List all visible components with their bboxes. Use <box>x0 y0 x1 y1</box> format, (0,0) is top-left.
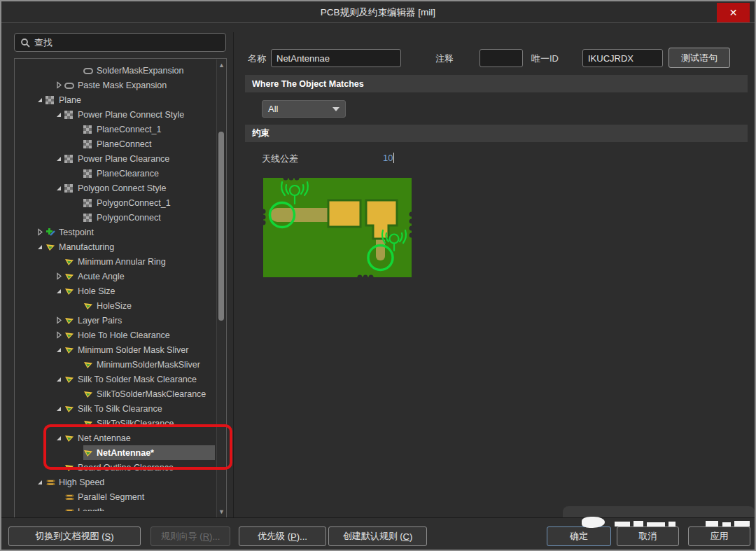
tree-item-silk-to-silk-clearance[interactable]: Silk To Silk Clearance <box>15 401 216 416</box>
tree-item-silk-to-solder-mask-clearance[interactable]: Silk To Solder Mask Clearance <box>15 372 216 386</box>
switch-to-document-view-button[interactable]: 切换到文档视图 (S) <box>8 526 141 546</box>
mfg-icon <box>64 434 76 442</box>
tree-item-plane[interactable]: Plane <box>15 92 216 107</box>
tree-item-hole-to-hole-clearance[interactable]: Hole To Hole Clearance <box>15 328 216 342</box>
mfg-icon <box>83 390 95 398</box>
tree-item-planeclearance[interactable]: PlaneClearance <box>15 166 216 181</box>
tree-item-hole-size[interactable]: Hole Size <box>15 284 216 298</box>
tree-item-silktosilkclearance[interactable]: SilkToSilkClearance <box>15 416 216 431</box>
tree-item-manufacturing[interactable]: Manufacturing <box>15 239 216 254</box>
highspeed-icon <box>64 508 76 512</box>
expanded-arrow-icon[interactable] <box>53 288 64 295</box>
rules-tree-panel: SolderMaskExpansionPaste Mask ExpansionP… <box>14 58 227 519</box>
tree-item-planeconnect[interactable]: PlaneConnect <box>15 137 216 151</box>
mfg-icon <box>64 272 76 281</box>
tree-item-power-plane-connect-style[interactable]: Power Plane Connect Style <box>15 107 216 122</box>
search-placeholder: 查找 <box>34 36 52 49</box>
rules-tree: SolderMaskExpansionPaste Mask ExpansionP… <box>15 63 216 511</box>
expanded-arrow-icon[interactable] <box>34 244 46 251</box>
tree-item-parallel-segment[interactable]: Parallel Segment <box>15 489 216 504</box>
tree-item-minimum-solder-mask-sliver[interactable]: Minimum Solder Mask Sliver <box>15 342 216 357</box>
mfg-icon <box>64 331 76 340</box>
tree-item-minimumsoldermasksliver[interactable]: MinimumSolderMaskSliver <box>15 357 216 372</box>
expanded-arrow-icon[interactable] <box>53 376 64 383</box>
mfg-icon <box>83 419 95 428</box>
chevron-down-icon <box>332 107 340 111</box>
expanded-arrow-icon[interactable] <box>53 405 64 412</box>
scroll-down-icon[interactable]: ▼ <box>218 509 225 515</box>
mfg-icon <box>64 346 76 354</box>
mask-icon <box>64 81 76 90</box>
name-label: 名称 <box>248 53 266 65</box>
plane-icon <box>83 125 95 134</box>
scope-dropdown-value: All <box>268 104 278 114</box>
tree-scrollbar[interactable]: ▲ ▼ <box>216 60 225 517</box>
expanded-arrow-icon[interactable] <box>53 185 64 192</box>
comment-field[interactable] <box>479 49 523 67</box>
scroll-up-icon[interactable]: ▲ <box>218 62 225 68</box>
close-button[interactable]: ✕ <box>717 3 750 22</box>
tree-item-high-speed[interactable]: High Speed <box>15 475 216 489</box>
name-field[interactable]: NetAntennae <box>271 49 401 67</box>
tree-item-layer-pairs[interactable]: Layer Pairs <box>15 313 216 328</box>
collapsed-arrow-icon[interactable] <box>53 81 64 89</box>
pcb-rules-constraints-editor-dialog: PCB规则及约束编辑器 [mil] ✕ 查找 SolderMaskExpansi… <box>0 0 756 551</box>
collapsed-arrow-icon[interactable] <box>34 228 46 236</box>
mfg-icon <box>64 258 76 266</box>
unique-id-field[interactable]: IKUCJRDX <box>582 49 663 67</box>
tree-item-netantennae[interactable]: NetAntennae* <box>15 445 216 460</box>
expanded-arrow-icon[interactable] <box>53 155 64 162</box>
expanded-arrow-icon[interactable] <box>34 97 46 104</box>
tree-item-minimum-annular-ring[interactable]: Minimum Annular Ring <box>15 254 216 269</box>
collapsed-arrow-icon[interactable] <box>53 316 64 324</box>
scrollbar-thumb[interactable] <box>218 132 224 321</box>
expanded-arrow-icon[interactable] <box>34 479 46 486</box>
rule-wizard-button[interactable]: 规则向导 (R)... <box>150 526 230 546</box>
constraints-header: 约束 <box>245 125 748 142</box>
dialog-title: PCB规则及约束编辑器 [mil] <box>1 1 755 23</box>
mfg-icon <box>83 449 95 457</box>
collapsed-arrow-icon[interactable] <box>53 331 64 339</box>
tree-item-silktosoldermaskclearance[interactable]: SilkToSolderMaskClearance <box>15 386 216 401</box>
mfg-icon <box>64 405 76 413</box>
tree-item-soldermaskexpansion[interactable]: SolderMaskExpansion <box>15 63 216 78</box>
tree-item-paste-mask-expansion[interactable]: Paste Mask Expansion <box>15 78 216 92</box>
expanded-arrow-icon[interactable] <box>53 435 64 442</box>
tree-item-testpoint[interactable]: Testpoint <box>15 225 216 239</box>
mfg-icon <box>64 375 76 384</box>
priorities-button[interactable]: 优先级 (P)... <box>239 526 326 546</box>
tree-item-polygon-connect-style[interactable]: Polygon Connect Style <box>15 181 216 195</box>
tree-item-acute-angle[interactable]: Acute Angle <box>15 269 216 284</box>
tree-item-power-plane-clearance[interactable]: Power Plane Clearance <box>15 151 216 166</box>
apply-button[interactable]: 应用 <box>688 526 750 546</box>
where-object-matches-header: Where The Object Matches <box>245 75 748 92</box>
scope-dropdown[interactable]: All <box>262 100 346 118</box>
close-icon: ✕ <box>729 7 738 18</box>
ok-button[interactable]: 确定 <box>547 526 611 546</box>
tree-item-board-outline-clearance[interactable]: Board Outline Clearance <box>15 460 216 475</box>
tree-item-planeconnect-1[interactable]: PlaneConnect_1 <box>15 122 216 137</box>
plane-icon <box>83 140 95 148</box>
expanded-arrow-icon[interactable] <box>53 347 64 354</box>
tree-item-polygonconnect-1[interactable]: PolygonConnect_1 <box>15 195 216 210</box>
tree-item-holesize[interactable]: HoleSize <box>15 298 216 313</box>
tree-item-net-antennae[interactable]: Net Antennae <box>15 431 216 445</box>
test-query-button[interactable]: 测试语句 <box>668 48 730 68</box>
antenna-tolerance-field[interactable]: 10 <box>383 153 394 163</box>
tree-item-length[interactable]: Length <box>15 504 216 511</box>
title-bar[interactable]: PCB规则及约束编辑器 [mil] ✕ <box>1 1 755 23</box>
collapsed-arrow-icon[interactable] <box>53 272 64 280</box>
plane-icon <box>64 155 76 163</box>
testpoint-icon <box>46 228 57 237</box>
mfg-icon <box>83 302 95 310</box>
plane-icon <box>83 199 95 207</box>
unique-id-label: 唯一ID <box>531 53 559 65</box>
cancel-button[interactable]: 取消 <box>617 526 679 546</box>
plane-icon <box>83 214 95 222</box>
expanded-arrow-icon[interactable] <box>53 111 64 118</box>
search-input[interactable]: 查找 <box>14 33 226 52</box>
plane-icon <box>64 184 76 193</box>
text-caret <box>393 153 394 163</box>
tree-item-polygonconnect[interactable]: PolygonConnect <box>15 210 216 225</box>
create-default-rule-button[interactable]: 创建默认规则 (C) <box>328 526 427 546</box>
